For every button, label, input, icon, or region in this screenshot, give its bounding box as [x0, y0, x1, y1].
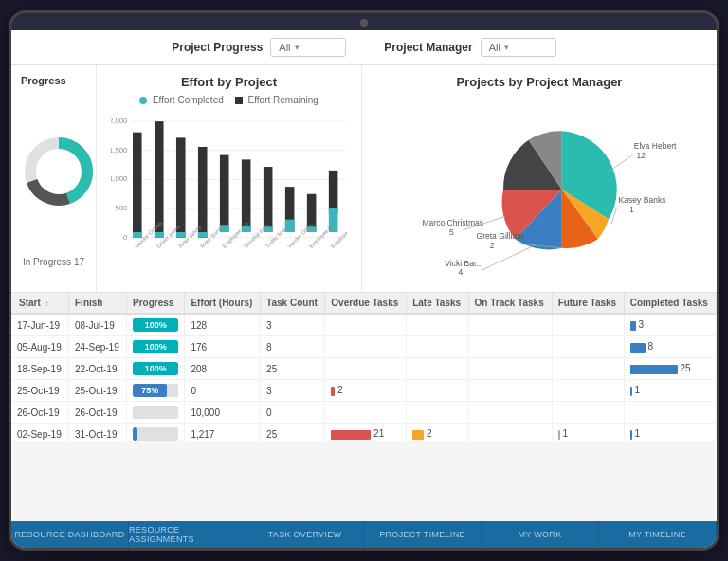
cell-future: [552, 358, 624, 380]
cell-future: [552, 402, 624, 424]
cell-finish: 22-Oct-19: [69, 358, 127, 380]
tab-task-overview[interactable]: TASK OVERVIEW: [246, 521, 364, 548]
table-row: 26-Oct-19 26-Oct-19 10,000 0: [11, 402, 717, 424]
cell-future: [552, 380, 624, 402]
completed-bar: [630, 387, 632, 396]
cell-on-track: [468, 380, 552, 402]
progress-bar-bg: 75%: [133, 384, 178, 397]
col-start: Start ↑: [11, 293, 69, 314]
cell-finish: 26-Oct-19: [69, 402, 127, 424]
col-overdue: Overdue Tasks: [325, 293, 407, 314]
progress-bar-bg: 100%: [133, 362, 178, 375]
cell-progress: 100%: [127, 358, 185, 380]
svg-text:1,500: 1,500: [111, 146, 127, 154]
cell-completed: 1: [624, 424, 716, 442]
cell-overdue: [325, 336, 407, 358]
effort-chart-title: Effort by Project: [111, 75, 347, 89]
cell-completed: [624, 402, 716, 424]
table-body: 17-Jun-19 08-Jul-19 100% 128 3 3 05-Aug-…: [11, 314, 717, 441]
progress-bar-bg: 100%: [133, 340, 178, 353]
svg-line-54: [481, 245, 535, 271]
progress-title: Progress: [21, 75, 86, 86]
overdue-bar: [331, 430, 371, 440]
cell-late: 2: [407, 424, 468, 442]
project-manager-label: Project Manager: [384, 41, 472, 54]
col-late: Late Tasks: [407, 293, 468, 314]
completed-bar: [630, 430, 632, 440]
progress-bar-bg: [133, 427, 178, 441]
cell-overdue: [325, 402, 407, 424]
project-manager-filter-group: Project Manager All ▾: [384, 38, 555, 57]
cell-start: 26-Oct-19: [11, 402, 69, 424]
table-container[interactable]: Start ↑ Finish Progress Effort (Hours) T…: [11, 293, 717, 441]
cell-effort: 128: [185, 314, 261, 336]
cell-start: 25-Oct-19: [11, 380, 69, 402]
cell-start: 18-Sep-19: [11, 358, 69, 380]
progress-bar-fill: 100%: [133, 362, 178, 375]
cell-late: [407, 336, 468, 358]
cell-effort: 208: [185, 358, 261, 380]
cell-late: [407, 402, 468, 424]
svg-text:0: 0: [123, 233, 127, 242]
chevron-down-icon: ▾: [295, 43, 300, 52]
col-task-count: Task Count: [261, 293, 325, 314]
table-row: 25-Oct-19 25-Oct-19 75% 0 3 2 1: [11, 380, 717, 402]
table-row: 05-Aug-19 24-Sep-19 100% 176 8 8: [11, 336, 717, 358]
cell-start: 02-Sep-19: [11, 424, 69, 442]
svg-rect-18: [176, 232, 186, 238]
tab-resource-dashboard[interactable]: RESOURCE DASHBOARD: [11, 521, 129, 548]
svg-rect-21: [220, 155, 229, 232]
cell-task-count: 8: [261, 336, 325, 358]
col-effort: Effort (Hours): [185, 293, 261, 314]
cell-start: 17-Jun-19: [11, 314, 69, 336]
tab-my-timeline[interactable]: MY TIMELINE: [599, 521, 717, 548]
cell-overdue: 2: [325, 380, 407, 402]
cell-on-track: [468, 314, 552, 336]
tablet-frame: Project Progress All ▾ Project Manager A…: [9, 10, 719, 551]
late-bar: [412, 430, 424, 440]
progress-bar-fill: 100%: [133, 340, 178, 353]
progress-bar-fill: 75%: [133, 384, 167, 397]
pie-area: Elva Hebert 12 Kasey Banks 1 Greta Gilli…: [376, 95, 702, 284]
cell-finish: 08-Jul-19: [69, 314, 127, 336]
cell-late: [407, 380, 468, 402]
cell-progress: 75%: [127, 380, 185, 402]
progress-in-progress-label: In Progress 17: [21, 257, 86, 267]
svg-text:Vicki Bar...: Vicki Bar...: [445, 259, 482, 268]
svg-rect-20: [198, 232, 208, 238]
table-row: 17-Jun-19 08-Jul-19 100% 128 3 3: [11, 314, 717, 336]
svg-text:12: 12: [637, 151, 646, 160]
progress-chart: Progress In Progress 17: [11, 65, 97, 292]
tab-my-work[interactable]: MY WORK: [482, 521, 599, 548]
cell-effort: 10,000: [185, 402, 261, 424]
cell-on-track: [468, 424, 552, 442]
table-header-row: Start ↑ Finish Progress Effort (Hours) T…: [11, 293, 717, 314]
cell-task-count: 25: [261, 424, 325, 442]
project-manager-value: All: [489, 42, 500, 53]
cell-late: [407, 358, 468, 380]
cell-overdue: [325, 358, 407, 380]
effort-chart-legend: Effort Completed Effort Remaining: [111, 95, 347, 105]
tab-project-timeline[interactable]: PROJECT TIMELINE: [364, 521, 482, 548]
cell-task-count: 3: [261, 314, 325, 336]
cell-progress: 100%: [127, 336, 185, 358]
project-progress-dropdown[interactable]: All ▾: [270, 38, 346, 57]
cell-late: [407, 314, 468, 336]
cell-completed: 25: [624, 358, 716, 380]
completed-bar: [630, 321, 636, 331]
pie-chart: Projects by Project Manager: [362, 65, 717, 292]
cell-progress: [127, 424, 185, 442]
cell-progress: 100%: [127, 314, 185, 336]
svg-line-45: [609, 155, 632, 172]
cell-task-count: 3: [261, 380, 325, 402]
bar-chart-svg: 2,000 1,500 1,000 500 0: [111, 111, 347, 267]
cell-finish: 25-Oct-19: [69, 380, 127, 402]
col-progress: Progress: [127, 293, 185, 314]
cell-effort: 1,217: [185, 424, 261, 442]
completed-bar: [630, 365, 678, 374]
project-manager-dropdown[interactable]: All ▾: [481, 38, 556, 57]
svg-text:4: 4: [459, 267, 464, 277]
cell-completed: 8: [624, 336, 716, 358]
cell-completed: 1: [624, 380, 716, 402]
tab-resource-assignments[interactable]: RESOURCE ASSIGNMENTS: [129, 521, 246, 548]
